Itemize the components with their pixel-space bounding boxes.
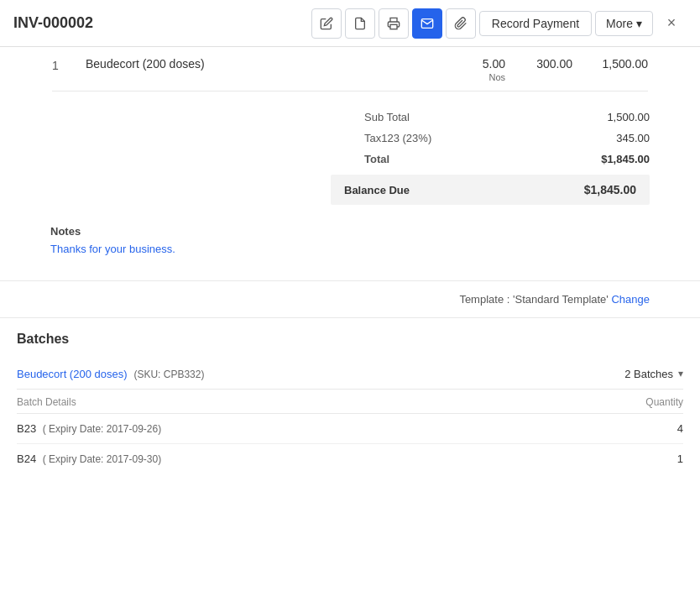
pdf-button[interactable] [345, 8, 375, 39]
record-payment-button[interactable]: Record Payment [479, 11, 592, 36]
edit-button[interactable] [311, 8, 342, 39]
close-button[interactable]: × [656, 8, 687, 39]
batches-title: Batches [17, 332, 683, 347]
batch-quantity: 1 [677, 452, 683, 465]
line-item-amount: 1,500.00 [572, 57, 648, 71]
line-item-description: Beudecort (200 doses) [86, 57, 438, 71]
header-actions: Record Payment More ▾ × [311, 8, 687, 39]
chevron-down-icon: ▾ [678, 368, 683, 379]
batches-section: Batches Beudecort (200 doses) (SKU: CPB3… [0, 318, 700, 487]
change-template-link[interactable]: Change [611, 293, 650, 306]
batch-product-info: Beudecort (200 doses) (SKU: CPB332) [17, 367, 204, 380]
batch-table-header: Batch Details Quantity [17, 390, 683, 414]
totals-section: Sub Total 1,500.00 Tax123 (23%) 345.00 T… [50, 107, 650, 205]
invoice-title: INV-000002 [13, 14, 311, 32]
notes-text: Thanks for your business. [50, 243, 650, 255]
email-button[interactable] [412, 8, 442, 39]
balance-due-row: Balance Due $1,845.00 [331, 175, 650, 205]
template-bar: Template : 'Standard Template' Change [0, 281, 700, 318]
header: INV-000002 Record Payment More ▾ × [0, 0, 700, 47]
line-item-rate: 300.00 [505, 57, 572, 71]
line-items-table: 1 Beudecort (200 doses) 5.00 Nos 300.00 … [50, 47, 650, 93]
table-row: 1 Beudecort (200 doses) 5.00 Nos 300.00 … [52, 49, 648, 92]
line-item-no: 1 [52, 57, 86, 72]
batch-count: 2 Batches ▾ [624, 368, 683, 380]
svg-rect-0 [390, 24, 397, 29]
batch-product-row[interactable]: Beudecort (200 doses) (SKU: CPB332) 2 Ba… [17, 358, 683, 390]
batch-details: B23 ( Expiry Date: 2017-09-26) [17, 422, 161, 435]
total-row: Total $1,845.00 [364, 149, 650, 170]
notes-title: Notes [50, 225, 650, 238]
table-row: B23 ( Expiry Date: 2017-09-26) 4 [17, 414, 683, 444]
attach-button[interactable] [446, 8, 476, 39]
invoice-area: 1 Beudecort (200 doses) 5.00 Nos 300.00 … [0, 47, 700, 281]
table-row: B24 ( Expiry Date: 2017-09-30) 1 [17, 444, 683, 473]
line-item-qty: 5.00 Nos [438, 57, 505, 82]
tax-row: Tax123 (23%) 345.00 [364, 128, 650, 149]
batch-details: B24 ( Expiry Date: 2017-09-30) [17, 452, 161, 465]
chevron-down-icon: ▾ [636, 17, 642, 30]
print-button[interactable] [379, 8, 409, 39]
subtotal-row: Sub Total 1,500.00 [364, 107, 650, 128]
batch-quantity: 4 [677, 422, 683, 435]
notes-section: Notes Thanks for your business. [50, 225, 650, 255]
more-button[interactable]: More ▾ [595, 11, 653, 36]
